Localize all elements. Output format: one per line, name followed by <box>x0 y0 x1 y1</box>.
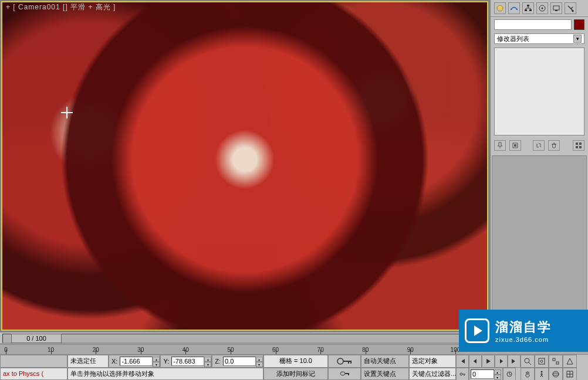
key-mode-toggle[interactable] <box>456 368 469 380</box>
move-cursor-icon <box>61 107 73 118</box>
viewport-label[interactable]: + [ Camera001 [] 平滑 + 高光 ] <box>6 2 116 12</box>
ruler-tick-label: 70 <box>317 347 324 353</box>
coord-x-spinner[interactable]: ▴▾ <box>153 357 160 366</box>
script-mini-listener-top[interactable] <box>0 355 67 368</box>
auto-key-button[interactable]: 自动关键点 <box>361 355 409 368</box>
coord-z-label: Z: <box>212 358 223 365</box>
coord-z-input[interactable] <box>223 357 256 366</box>
time-slider-thumb[interactable]: 0 / 100 <box>11 334 62 343</box>
configure-modifier-sets-button[interactable] <box>573 140 584 151</box>
pin-stack-button[interactable] <box>494 140 506 151</box>
ruler-tick-label: 90 <box>407 347 414 353</box>
svg-rect-3 <box>527 5 529 6</box>
selection-lock-block: 选定对象 关键点过滤器... <box>409 355 456 380</box>
viewport-nav-block <box>521 355 577 380</box>
utilities-tab[interactable] <box>565 2 576 14</box>
object-name-input[interactable] <box>494 19 572 30</box>
coord-x-cell: X: ▴▾ <box>109 355 160 368</box>
svg-point-24 <box>460 373 462 375</box>
key-lock-icon[interactable] <box>328 355 361 368</box>
modifier-list-label: 修改器列表 <box>497 35 529 43</box>
watermark-overlay: 溜溜自学 zixue.3d66.com <box>459 310 588 352</box>
remove-modifier-button[interactable] <box>548 140 560 151</box>
ruler-tick-label: 40 <box>183 347 189 353</box>
command-panel: 修改器列表 ▾ <box>489 0 588 332</box>
key-filters-button[interactable]: 关键点过滤器... <box>409 368 456 381</box>
svg-rect-14 <box>579 142 582 145</box>
modifier-stack[interactable] <box>494 48 584 135</box>
selection-status: 未选定任 <box>67 355 109 368</box>
goto-end-button[interactable] <box>508 355 521 368</box>
key-options-block: 自动关键点 设置关键点 <box>361 355 409 380</box>
object-color-swatch[interactable] <box>574 19 584 30</box>
ruler-tick-label: 0 <box>4 347 8 353</box>
coord-x-input[interactable] <box>120 357 153 366</box>
viewport-area: + [ Camera001 [] 平滑 + 高光 ] <box>0 0 489 332</box>
coord-y-cell: Y: ▴▾ <box>160 355 212 368</box>
display-tab[interactable] <box>550 2 562 14</box>
time-config-button[interactable] <box>503 368 516 380</box>
grid-readout: 栅格 = 10.0 <box>263 355 328 368</box>
zoom-button[interactable] <box>521 355 535 368</box>
show-end-result-button[interactable] <box>509 140 521 151</box>
hierarchy-tab[interactable] <box>522 2 534 14</box>
set-key-button[interactable]: 设置关键点 <box>361 368 409 381</box>
status-bar: ax to Physcs ( 未选定任 X: ▴▾ Y: ▴▾ Z: ▴ <box>0 354 588 380</box>
svg-rect-23 <box>348 373 349 375</box>
svg-point-28 <box>540 360 543 362</box>
add-time-tag-button[interactable]: 添加时间标记 <box>263 368 328 381</box>
play-button[interactable] <box>482 355 495 368</box>
pan-button[interactable] <box>521 368 535 380</box>
main-row: + [ Camera001 [] 平滑 + 高光 ] <box>0 0 588 332</box>
maximize-viewport-button[interactable] <box>563 368 577 380</box>
svg-point-21 <box>340 372 345 375</box>
orbit-button[interactable] <box>549 368 563 380</box>
svg-rect-18 <box>343 361 352 362</box>
ruler-tick-label: 80 <box>362 347 369 353</box>
camera-viewport[interactable] <box>1 1 488 331</box>
app-root: + [ Camera001 [] 平滑 + 高光 ] <box>0 0 588 380</box>
selection-lock-label[interactable]: 选定对象 <box>409 355 456 368</box>
object-name-row <box>491 17 588 32</box>
walk-button[interactable] <box>535 368 549 380</box>
fov-button[interactable] <box>563 355 577 368</box>
modify-tab[interactable] <box>508 2 520 14</box>
svg-rect-1 <box>511 9 512 10</box>
next-frame-button[interactable] <box>495 355 508 368</box>
time-slider-label: 0 / 100 <box>26 335 46 342</box>
svg-rect-15 <box>576 146 578 148</box>
svg-rect-16 <box>579 146 582 148</box>
coord-y-input[interactable] <box>171 357 204 366</box>
script-mini-listener[interactable]: ax to Physcs ( <box>0 368 67 381</box>
set-key-large-button[interactable] <box>328 368 361 381</box>
goto-start-button[interactable] <box>456 355 469 368</box>
svg-point-32 <box>553 371 559 377</box>
zoom-extents-button[interactable] <box>549 355 563 368</box>
svg-rect-13 <box>576 142 578 145</box>
coord-z-spinner[interactable]: ▴▾ <box>256 357 263 366</box>
rollout-area <box>492 155 587 331</box>
current-frame-spinner[interactable]: ▴▾ <box>494 369 501 379</box>
transport-controls: ▴▾ <box>456 355 521 380</box>
svg-rect-19 <box>348 361 349 364</box>
modifier-list-dropdown[interactable]: 修改器列表 ▾ <box>494 33 584 44</box>
prev-frame-button[interactable] <box>469 355 482 368</box>
create-tab[interactable] <box>494 2 506 14</box>
motion-tab[interactable] <box>536 2 548 14</box>
coord-y-spinner[interactable]: ▴▾ <box>204 357 211 366</box>
svg-rect-2 <box>516 9 518 10</box>
current-frame-input[interactable] <box>471 369 494 379</box>
prompt-line: 单击并拖动以选择并移动对象 <box>67 368 263 381</box>
svg-rect-30 <box>556 362 559 364</box>
status-left-block: ax to Physcs ( <box>0 355 67 380</box>
make-unique-button[interactable] <box>533 140 545 151</box>
svg-rect-4 <box>525 9 527 11</box>
zoom-all-button[interactable] <box>535 355 549 368</box>
coord-x-label: X: <box>109 358 120 365</box>
watermark-url: zixue.3d66.com <box>495 336 552 343</box>
svg-rect-27 <box>539 358 545 364</box>
ruler-tick-label: 20 <box>93 347 99 353</box>
watermark-brand: 溜溜自学 <box>495 318 552 336</box>
coord-z-cell: Z: ▴▾ <box>212 355 263 368</box>
svg-rect-8 <box>553 6 559 10</box>
